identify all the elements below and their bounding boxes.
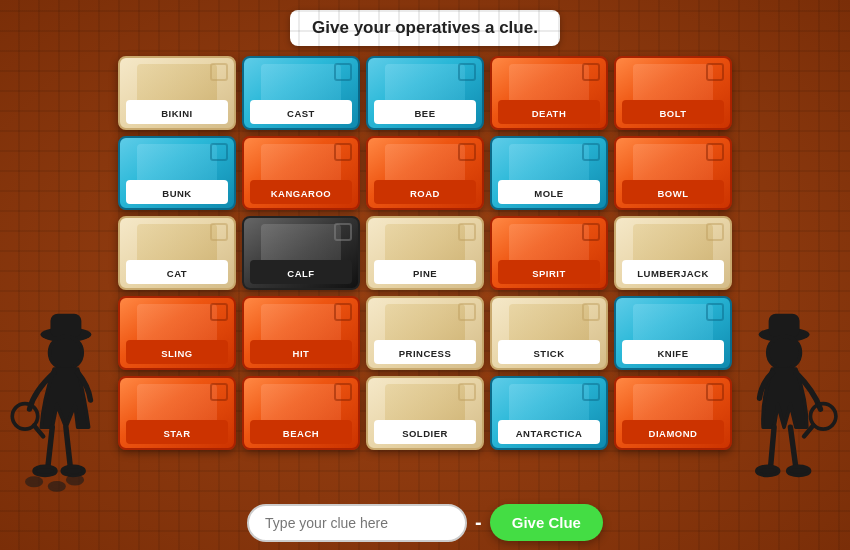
card-stamp xyxy=(706,63,724,81)
card-image xyxy=(385,224,465,264)
card-label: PRINCESS xyxy=(399,348,452,359)
card-label-bg: STICK xyxy=(498,340,600,364)
card-sling[interactable]: SLING xyxy=(118,296,236,370)
card-image xyxy=(385,64,465,104)
card-knife[interactable]: KNIFE xyxy=(614,296,732,370)
card-label-bg: BOLT xyxy=(622,100,724,124)
card-label: SPIRIT xyxy=(532,268,566,279)
card-label: HIT xyxy=(293,348,310,359)
card-stamp xyxy=(458,383,476,401)
card-grid-area: BIKINICASTBEEDEATHBOLTBUNKKANGAROOROADMO… xyxy=(0,52,850,454)
card-diamond[interactable]: DIAMOND xyxy=(614,376,732,450)
card-label-bg: MOLE xyxy=(498,180,600,204)
dash-separator: - xyxy=(475,511,482,534)
card-bunk[interactable]: BUNK xyxy=(118,136,236,210)
card-label: SOLDIER xyxy=(402,428,448,439)
card-road[interactable]: ROAD xyxy=(366,136,484,210)
card-princess[interactable]: PRINCESS xyxy=(366,296,484,370)
card-image xyxy=(633,64,713,104)
card-cast[interactable]: CAST xyxy=(242,56,360,130)
card-stamp xyxy=(210,223,228,241)
card-label-bg: BUNK xyxy=(126,180,228,204)
card-label: BUNK xyxy=(162,188,191,199)
card-label: CALF xyxy=(287,268,314,279)
card-stamp xyxy=(210,63,228,81)
card-image xyxy=(385,304,465,344)
card-image xyxy=(137,304,217,344)
card-stamp xyxy=(582,63,600,81)
card-bowl[interactable]: BOWL xyxy=(614,136,732,210)
card-image xyxy=(633,384,713,424)
card-label: LUMBERJACK xyxy=(637,268,709,279)
card-label-bg: KNIFE xyxy=(622,340,724,364)
card-label-bg: SOLDIER xyxy=(374,420,476,444)
card-label-bg: SPIRIT xyxy=(498,260,600,284)
bottom-bar: - Give Clue xyxy=(0,495,850,550)
give-clue-button[interactable]: Give Clue xyxy=(490,504,603,541)
card-stamp xyxy=(706,383,724,401)
card-pine[interactable]: PINE xyxy=(366,216,484,290)
card-stamp xyxy=(458,303,476,321)
card-label-bg: SLING xyxy=(126,340,228,364)
card-bikini[interactable]: BIKINI xyxy=(118,56,236,130)
card-label: BIKINI xyxy=(161,108,193,119)
card-label-bg: BIKINI xyxy=(126,100,228,124)
svg-point-16 xyxy=(788,466,810,475)
card-antarctica[interactable]: ANTARCTICA xyxy=(490,376,608,450)
card-image xyxy=(137,144,217,184)
card-stamp xyxy=(210,143,228,161)
card-label: ROAD xyxy=(410,188,440,199)
card-label: CAST xyxy=(287,108,315,119)
card-image xyxy=(385,144,465,184)
card-cat[interactable]: CAT xyxy=(118,216,236,290)
card-label-bg: BEACH xyxy=(250,420,352,444)
card-stamp xyxy=(334,143,352,161)
card-mole[interactable]: MOLE xyxy=(490,136,608,210)
card-label: DIAMOND xyxy=(649,428,698,439)
card-image xyxy=(261,64,341,104)
card-stamp xyxy=(458,223,476,241)
card-beach[interactable]: BEACH xyxy=(242,376,360,450)
card-label-bg: DEATH xyxy=(498,100,600,124)
card-label: STAR xyxy=(163,428,190,439)
card-label: SLING xyxy=(161,348,193,359)
clue-input[interactable] xyxy=(247,504,467,542)
card-image xyxy=(385,384,465,424)
card-stamp xyxy=(334,303,352,321)
card-death[interactable]: DEATH xyxy=(490,56,608,130)
card-stick[interactable]: STICK xyxy=(490,296,608,370)
card-spirit[interactable]: SPIRIT xyxy=(490,216,608,290)
card-label-bg: BOWL xyxy=(622,180,724,204)
card-label-bg: CAST xyxy=(250,100,352,124)
card-soldier[interactable]: SOLDIER xyxy=(366,376,484,450)
card-stamp xyxy=(210,383,228,401)
card-stamp xyxy=(334,63,352,81)
card-image xyxy=(137,384,217,424)
card-label-bg: STAR xyxy=(126,420,228,444)
card-label: ANTARCTICA xyxy=(516,428,583,439)
card-label: MOLE xyxy=(534,188,563,199)
card-image xyxy=(509,144,589,184)
card-label: BOLT xyxy=(659,108,686,119)
card-stamp xyxy=(210,303,228,321)
card-kangaroo[interactable]: KANGAROO xyxy=(242,136,360,210)
card-label: CAT xyxy=(167,268,187,279)
svg-point-7 xyxy=(27,478,42,485)
card-calf[interactable]: CALF xyxy=(242,216,360,290)
card-bee[interactable]: BEE xyxy=(366,56,484,130)
card-label: BOWL xyxy=(657,188,688,199)
card-label-bg: ANTARCTICA xyxy=(498,420,600,444)
header: Give your operatives a clue. xyxy=(0,0,850,52)
card-label: KNIFE xyxy=(658,348,689,359)
card-label: BEE xyxy=(414,108,435,119)
card-bolt[interactable]: BOLT xyxy=(614,56,732,130)
card-star[interactable]: STAR xyxy=(118,376,236,450)
card-stamp xyxy=(706,223,724,241)
card-grid: BIKINICASTBEEDEATHBOLTBUNKKANGAROOROADMO… xyxy=(114,52,736,454)
card-image xyxy=(509,224,589,264)
card-label-bg: PINE xyxy=(374,260,476,284)
svg-point-6 xyxy=(62,466,84,475)
card-image xyxy=(261,304,341,344)
card-hit[interactable]: HIT xyxy=(242,296,360,370)
card-lumberjack[interactable]: LUMBERJACK xyxy=(614,216,732,290)
